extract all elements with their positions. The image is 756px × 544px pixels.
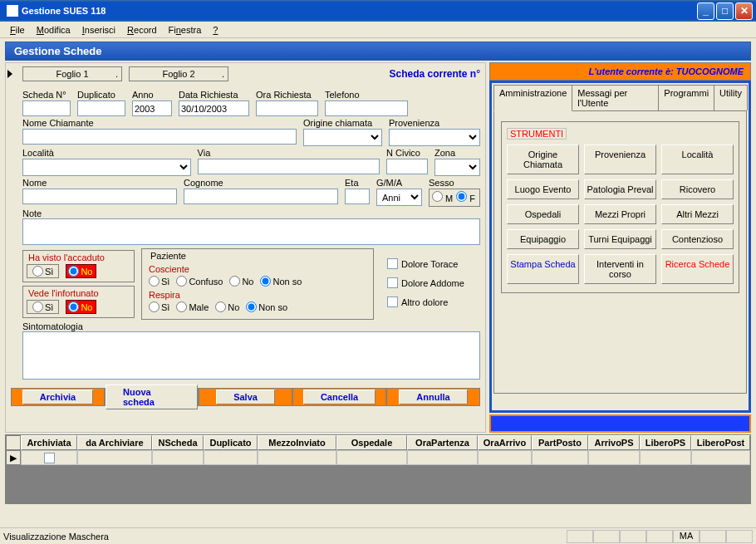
- col-arrivops[interactable]: ArrivoPS: [588, 435, 640, 450]
- accaduto-no[interactable]: No: [66, 264, 96, 278]
- eta-input[interactable]: [345, 189, 370, 204]
- tab-utility[interactable]: Utility: [714, 85, 748, 110]
- col-archiviata[interactable]: Archiviata: [21, 435, 77, 450]
- scheda-n-input[interactable]: [22, 100, 71, 116]
- col-ospedale[interactable]: Ospedale: [336, 435, 407, 450]
- tool-ricovero[interactable]: Ricovero: [661, 179, 734, 199]
- annulla-button[interactable]: Annulla: [386, 388, 480, 406]
- tool-mezzi-propri[interactable]: Mezzi Propri: [584, 204, 656, 224]
- cell-archiviata[interactable]: [21, 450, 77, 465]
- nome-chiamante-input[interactable]: [22, 129, 297, 145]
- eta-label: Eta: [345, 178, 370, 188]
- note-textarea[interactable]: [22, 218, 480, 245]
- menu-modifica[interactable]: Modifica: [32, 23, 76, 37]
- col-da-archiviare[interactable]: da Archiviare: [77, 435, 152, 450]
- tab-programmi[interactable]: Programmi: [658, 85, 714, 110]
- origine-chiamata-label: Origine chiamata: [303, 118, 382, 128]
- via-input[interactable]: [198, 159, 380, 174]
- paziente-group: Paziente Cosciente Sì Confuso No Non so …: [141, 248, 374, 320]
- data-richiesta-input[interactable]: [179, 100, 249, 116]
- tool-provenienza[interactable]: Provenienza: [584, 145, 656, 174]
- sesso-f-option[interactable]: F: [456, 191, 475, 203]
- col-duplicato[interactable]: Duplicato: [204, 435, 258, 450]
- app-icon: [7, 5, 18, 17]
- tab-amministrazione[interactable]: Amministrazione: [493, 85, 572, 111]
- accaduto-si[interactable]: Sì: [27, 264, 59, 278]
- infortunato-si[interactable]: Sì: [27, 300, 59, 314]
- menu-record[interactable]: Record: [122, 23, 161, 37]
- cancella-button[interactable]: Cancella: [292, 388, 386, 406]
- anno-input[interactable]: [132, 100, 172, 116]
- menu-inserisci[interactable]: Inserisci: [77, 23, 120, 37]
- tool-stampa-scheda[interactable]: Stampa Scheda: [507, 254, 579, 284]
- respira-male[interactable]: Male: [176, 301, 209, 312]
- tool-contenzioso[interactable]: Contenzioso: [661, 229, 734, 249]
- dolore-addome-checkbox[interactable]: Dolore Addome: [387, 277, 480, 288]
- col-partposto[interactable]: PartPosto: [532, 435, 588, 450]
- col-nscheda[interactable]: NScheda: [152, 435, 204, 450]
- localita-label: Località: [22, 148, 191, 158]
- cosciente-no[interactable]: No: [229, 276, 253, 287]
- menu-help[interactable]: ?: [208, 23, 223, 37]
- sesso-m-option[interactable]: M: [432, 191, 453, 203]
- cosciente-nonso[interactable]: Non so: [260, 276, 302, 287]
- cosciente-label: Cosciente: [149, 264, 366, 274]
- sheet-tab-2[interactable]: Foglio 2.: [129, 66, 228, 81]
- tool-luogo-evento[interactable]: Luogo Evento: [507, 179, 579, 199]
- maximize-button[interactable]: □: [716, 2, 734, 20]
- telefono-input[interactable]: [325, 100, 408, 116]
- dolore-torace-checkbox[interactable]: Dolore Torace: [387, 258, 480, 269]
- row-marker[interactable]: ▶: [6, 450, 21, 465]
- tool-turni[interactable]: Turni Equipaggi: [584, 229, 656, 249]
- col-mezzo[interactable]: MezzoInviato: [258, 435, 336, 450]
- ncivico-input[interactable]: [386, 159, 428, 174]
- provenienza-label: Provenienza: [389, 118, 480, 128]
- respira-no[interactable]: No: [215, 301, 239, 312]
- anno-label: Anno: [132, 90, 172, 100]
- zona-label: Zona: [434, 148, 480, 158]
- col-oraarrivo[interactable]: OraArrivo: [478, 435, 532, 450]
- infortunato-no[interactable]: No: [66, 300, 96, 314]
- zona-select[interactable]: [434, 159, 480, 176]
- nuova-scheda-button[interactable]: Nuova scheda: [105, 388, 199, 406]
- salva-button[interactable]: Salva: [199, 388, 292, 406]
- status-cell-4: [646, 530, 673, 543]
- menu-file[interactable]: File: [5, 23, 30, 37]
- tool-localita[interactable]: Località: [661, 145, 734, 174]
- bottom-grid[interactable]: Archiviata da Archiviare NScheda Duplica…: [5, 434, 751, 504]
- sheet-tab-1[interactable]: Foglio 1.: [22, 66, 122, 81]
- tools-legend: STRUMENTI: [507, 128, 567, 140]
- menu-finestra[interactable]: Finestra: [164, 23, 207, 37]
- tool-ricerca-schede[interactable]: Ricerca Schede: [661, 254, 734, 284]
- col-orapartenza[interactable]: OraPartenza: [407, 435, 478, 450]
- altro-dolore-checkbox[interactable]: Altro dolore: [387, 297, 480, 307]
- respira-nonso[interactable]: Non so: [246, 301, 287, 312]
- nome-input[interactable]: [22, 189, 177, 204]
- tool-equipaggio[interactable]: Equipaggio: [507, 229, 579, 249]
- tool-altri-mezzi[interactable]: Altri Mezzi: [661, 204, 734, 224]
- tool-ospedali[interactable]: Ospedali: [507, 204, 579, 224]
- tool-interventi[interactable]: Interventi in corso: [584, 254, 656, 284]
- tools-frame: STRUMENTI Origine Chiamata Provenienza L…: [501, 121, 739, 293]
- cosciente-confuso[interactable]: Confuso: [176, 276, 223, 287]
- blue-status-strip: [489, 414, 751, 433]
- col-liberops[interactable]: LiberoPS: [640, 435, 691, 450]
- gma-select[interactable]: Anni: [376, 189, 422, 206]
- tool-origine-chiamata[interactable]: Origine Chiamata: [507, 145, 579, 174]
- archivia-button[interactable]: Archivia: [11, 388, 105, 406]
- user-banner: L'utente corrente è: TUOCOGNOME: [489, 62, 751, 81]
- sintomatologia-textarea[interactable]: [22, 331, 480, 380]
- respira-si[interactable]: Sì: [149, 301, 169, 312]
- minimize-button[interactable]: _: [697, 2, 714, 20]
- tab-messaggi[interactable]: Messagi per l'Utente: [572, 85, 659, 110]
- provenienza-select[interactable]: [389, 129, 480, 146]
- tool-patologia[interactable]: Patologia Preval: [584, 179, 656, 199]
- close-button[interactable]: ✕: [735, 2, 753, 20]
- cosciente-si[interactable]: Sì: [149, 276, 169, 287]
- localita-select[interactable]: [22, 159, 191, 176]
- col-liberopost[interactable]: LiberoPost: [691, 435, 750, 450]
- ora-richiesta-input[interactable]: [256, 100, 318, 116]
- origine-chiamata-select[interactable]: [303, 129, 382, 146]
- duplicato-input[interactable]: [77, 100, 125, 116]
- cognome-input[interactable]: [184, 189, 338, 204]
